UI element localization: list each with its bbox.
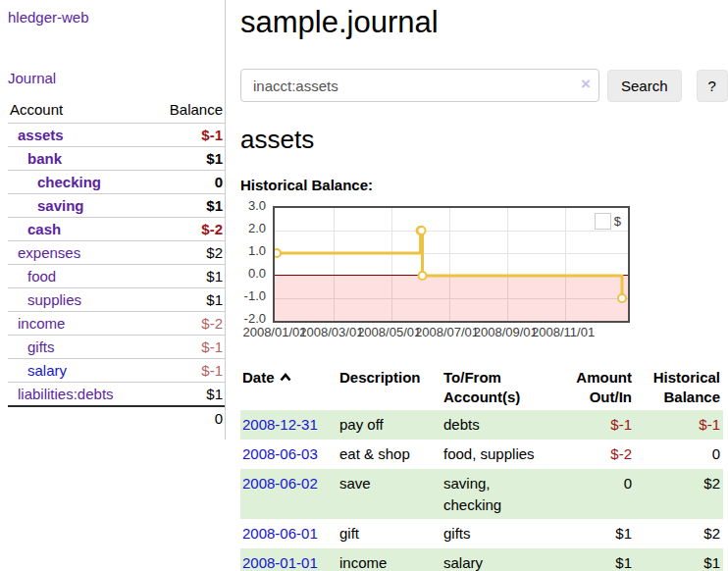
account-row: checking0 [8, 171, 225, 194]
transaction-description: gift [338, 519, 442, 548]
transaction-date-link[interactable]: 2008-12-31 [242, 416, 318, 433]
transaction-balance: $-1 [635, 410, 723, 440]
data-point-marker[interactable] [618, 294, 626, 302]
account-link[interactable]: salary [27, 362, 67, 379]
transaction-date-cell: 2008-06-01 [240, 519, 338, 548]
account-row: saving$1 [8, 194, 225, 218]
data-point-marker[interactable] [419, 272, 427, 280]
transaction-date-link[interactable]: 2008-06-02 [242, 475, 318, 492]
account-row: liabilities:debts$1 [8, 383, 225, 407]
transaction-amount: $-1 [555, 410, 635, 440]
y-axis-tick-label: 1.0 [240, 244, 266, 258]
accounts-total-spacer [8, 406, 148, 430]
account-link[interactable]: income [18, 315, 65, 332]
legend-label: $ [614, 214, 621, 229]
transaction-amount: 0 [555, 469, 635, 520]
app-title-link[interactable]: hledger-web [8, 9, 89, 26]
register-header-accounts: To/From Account(s) [442, 365, 555, 411]
account-name-cell: salary [8, 359, 148, 383]
accounts-header-account: Account [8, 99, 148, 124]
account-link[interactable]: checking [37, 174, 101, 190]
accounts-header-balance: Balance [148, 99, 225, 124]
account-row: cash$-2 [8, 218, 225, 241]
transaction-date-link[interactable]: 2008-06-03 [242, 445, 318, 462]
y-axis-tick-label: -1.0 [240, 289, 266, 303]
data-point-marker[interactable] [418, 227, 426, 234]
account-link[interactable]: assets [18, 127, 64, 143]
historical-balance-chart: 3.02.01.00.0-1.0-2.0 $ 2008/01/012008/03… [240, 206, 711, 344]
transaction-accounts: gifts [442, 519, 555, 548]
account-link[interactable]: supplies [27, 291, 81, 308]
account-link[interactable]: liabilities:debts [18, 386, 114, 402]
transaction-date-cell: 2008-12-31 [240, 410, 338, 440]
account-row: expenses$2 [8, 241, 225, 265]
account-balance: $1 [148, 147, 225, 171]
x-axis-tick-label: 2008/05/01 [356, 325, 423, 339]
account-link[interactable]: expenses [18, 244, 80, 261]
nav-journal-link[interactable]: Journal [8, 70, 56, 86]
search-help-button[interactable]: ? [697, 70, 728, 102]
search-button[interactable]: Search [607, 70, 682, 102]
account-balance: 0 [148, 171, 225, 194]
transaction-date-link[interactable]: 2008-01-01 [242, 554, 318, 571]
account-heading: assets [240, 126, 728, 154]
account-balance: $1 [148, 383, 225, 407]
sidebar-nav: Journal [8, 70, 225, 86]
transaction-row: 2008-06-02savesaving, checking0$2 [240, 469, 723, 520]
account-balance: $1 [148, 265, 225, 288]
transaction-date-link[interactable]: 2008-06-01 [242, 525, 318, 542]
register-header-description: Description [338, 365, 442, 411]
account-balance: $-2 [148, 218, 225, 241]
register-table: DateDescriptionTo/From Account(s)Amount … [240, 365, 723, 571]
sidebar: hledger-web Journal Account Balance asse… [0, 0, 226, 440]
account-name-cell: liabilities:debts [8, 383, 148, 407]
account-name-cell: gifts [8, 336, 148, 359]
search-input[interactable] [240, 69, 599, 102]
account-link[interactable]: cash [27, 221, 61, 237]
account-row: assets$-1 [8, 124, 225, 147]
data-point-marker[interactable] [275, 249, 281, 257]
chart-series-line [275, 208, 628, 321]
sort-ascending-icon [280, 372, 291, 383]
transaction-description: income [338, 548, 442, 571]
account-row: income$-2 [8, 312, 225, 336]
transaction-date-cell: 2008-01-01 [240, 548, 338, 571]
y-axis-tick-label: -2.0 [240, 312, 266, 326]
chart-legend: $ [593, 212, 623, 231]
account-name-cell: checking [8, 171, 148, 194]
register-header-balance: Historical Balance [635, 365, 723, 411]
register-header-date[interactable]: Date [240, 365, 338, 411]
series-line [277, 231, 622, 298]
account-row: supplies$1 [8, 288, 225, 312]
account-name-cell: food [8, 265, 148, 288]
account-link[interactable]: bank [27, 150, 62, 167]
account-name-cell: saving [8, 194, 148, 218]
transaction-balance: $2 [635, 469, 723, 520]
transaction-description: save [338, 469, 442, 520]
account-balance: $1 [148, 194, 225, 218]
account-link[interactable]: gifts [27, 338, 55, 355]
transaction-accounts: salary [442, 548, 555, 571]
x-axis-tick-label: 2008/03/01 [298, 325, 365, 339]
accounts-total-row: 0 [8, 406, 225, 430]
account-row: salary$-1 [8, 359, 225, 383]
transaction-description: pay off [338, 410, 442, 440]
app-window: hledger-web Journal Account Balance asse… [0, 0, 728, 571]
chart-plot-area[interactable]: $ [273, 206, 630, 323]
account-link[interactable]: saving [37, 197, 84, 214]
register-header-amount: Amount Out/In [555, 365, 635, 411]
account-name-cell: assets [8, 124, 148, 147]
search-form: × Search ? [240, 69, 728, 102]
y-axis-tick-label: 3.0 [240, 199, 266, 213]
account-row: bank$1 [8, 147, 225, 171]
transaction-date-cell: 2008-06-03 [240, 440, 338, 469]
transaction-date-cell: 2008-06-02 [240, 469, 338, 520]
transaction-balance: 0 [635, 440, 723, 469]
transaction-row: 2008-12-31pay offdebts$-1$-1 [240, 410, 723, 440]
account-balance: $-1 [148, 359, 225, 383]
transaction-row: 2008-01-01incomesalary$1$1 [240, 548, 723, 571]
clear-search-icon[interactable]: × [581, 76, 591, 94]
transaction-amount: $1 [555, 548, 635, 571]
transaction-row: 2008-06-03eat & shopfood, supplies$-20 [240, 440, 723, 469]
account-link[interactable]: food [27, 268, 56, 285]
